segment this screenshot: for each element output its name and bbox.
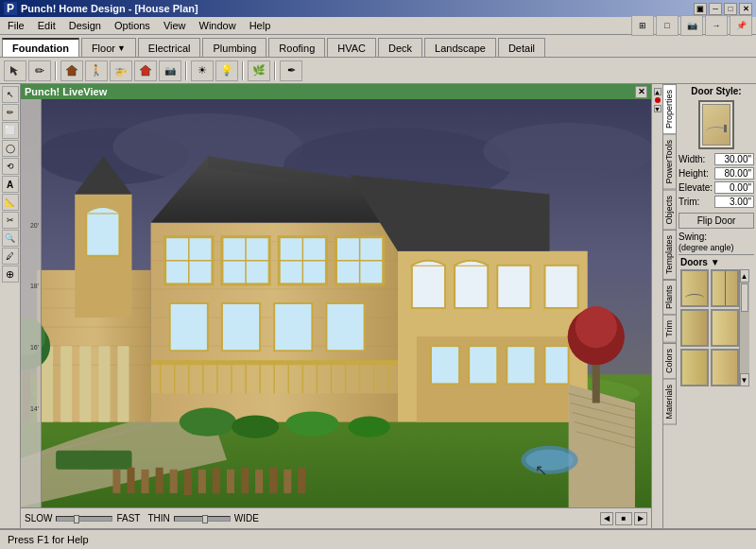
svg-rect-17 [79, 346, 91, 421]
tab-foundation[interactable]: Foundation [2, 38, 79, 57]
liveview-close-btn[interactable]: ✕ [635, 86, 647, 98]
door-thumb-6[interactable] [711, 349, 739, 386]
door-thumb-4[interactable] [711, 309, 739, 347]
door-thumb-5[interactable] [680, 349, 709, 386]
width-slider[interactable] [174, 516, 231, 522]
menu-file[interactable]: File [2, 19, 30, 32]
speed-thumb[interactable] [74, 515, 79, 523]
nav-down-btn[interactable]: ▼ [654, 105, 662, 112]
width-control: THIN WIDE [147, 513, 258, 523]
toolbar-grid-icon[interactable]: ⊞ [631, 15, 654, 36]
speed-slider[interactable] [56, 516, 112, 522]
close-btn[interactable]: ✕ [739, 3, 752, 15]
scroll-down-btn[interactable]: ▼ [740, 373, 749, 386]
elevate-value[interactable]: 0.00" [714, 181, 754, 194]
tool-measure[interactable]: 📐 [2, 194, 19, 211]
height-label: Height: [679, 168, 709, 179]
vtab-objects[interactable]: Objects [663, 190, 677, 231]
tool-rotate[interactable]: ⟲ [2, 158, 19, 175]
tool-cut[interactable]: ✂ [2, 212, 19, 229]
tab-electrical[interactable]: Electrical [138, 38, 201, 57]
toolbar-arrow-icon[interactable]: → [705, 15, 728, 36]
trim-value[interactable]: 3.00" [714, 196, 754, 208]
nav-left-btn[interactable]: ◀ [600, 512, 613, 525]
width-value[interactable]: 30.00" [714, 153, 754, 165]
toolbar-camera-icon[interactable]: 📷 [680, 15, 703, 36]
tool-house-red[interactable] [134, 60, 157, 81]
nav-up-btn[interactable]: ▲ [654, 88, 662, 95]
tab-hvac[interactable]: HVAC [327, 38, 376, 57]
liveview-title: Punch! LiveView [25, 86, 107, 97]
vtab-templates[interactable]: Templates [663, 230, 677, 280]
vtab-trim[interactable]: Trim [663, 315, 677, 343]
menu-design[interactable]: Design [63, 19, 107, 32]
tab-floor[interactable]: Floor ▼ [81, 38, 136, 57]
tool-plus[interactable]: ⊕ [2, 266, 19, 283]
svg-rect-40 [274, 303, 312, 351]
tool-helicopter[interactable]: 🚁 [110, 60, 132, 81]
tool-text[interactable]: A [2, 176, 19, 193]
tab-plumbing[interactable]: Plumbing [202, 38, 266, 57]
svg-rect-95 [127, 468, 134, 493]
svg-rect-19 [117, 346, 129, 421]
scroll-up-btn[interactable]: ▲ [740, 269, 749, 283]
vtab-colors[interactable]: Colors [663, 343, 677, 379]
tool-bulb[interactable]: 💡 [215, 60, 238, 81]
flip-door-button[interactable]: Flip Door [679, 213, 754, 229]
vtab-materials[interactable]: Materials [663, 379, 677, 425]
menu-help[interactable]: Help [244, 19, 277, 32]
door-thumb-1[interactable] [680, 269, 709, 307]
svg-rect-105 [269, 468, 277, 493]
panel-content: Door Style: Width: 30.00" [677, 84, 756, 528]
door-thumb-2[interactable] [711, 269, 739, 307]
height-value[interactable]: 80.00" [714, 167, 754, 180]
tool-pencil-left[interactable]: ✏ [2, 104, 19, 121]
gridview-btn[interactable]: ▣ [694, 3, 707, 15]
tool-cursor[interactable]: ↖ [2, 86, 19, 103]
tool-select[interactable] [4, 60, 26, 81]
menu-options[interactable]: Options [109, 19, 156, 32]
tool-pencil[interactable]: ✏ [28, 60, 51, 81]
vtab-plants[interactable]: Plants [663, 280, 677, 315]
width-thumb[interactable] [202, 515, 208, 523]
svg-rect-96 [142, 470, 149, 493]
menu-edit[interactable]: Edit [32, 19, 61, 32]
svg-rect-81 [86, 214, 119, 256]
tool-sun[interactable]: ☀ [191, 60, 214, 81]
tool-pen[interactable]: 🖊 [2, 248, 19, 265]
swing-label: Swing: (degree angle) [679, 232, 754, 252]
svg-rect-98 [170, 470, 178, 493]
toolbar-view-icon[interactable]: □ [656, 15, 679, 36]
tab-roofing[interactable]: Roofing [268, 38, 325, 57]
viewport-3d[interactable]: 20' 18' 16' 14' ↖ [21, 99, 651, 507]
toolbar-pin-icon[interactable]: 📌 [730, 15, 752, 36]
vtab-powertools[interactable]: PowerTools [663, 134, 677, 190]
tool-person[interactable]: 🚶 [85, 60, 108, 81]
tool-zoom[interactable]: 🔍 [2, 230, 19, 247]
nav-right-btn[interactable]: ▶ [634, 512, 647, 525]
tab-landscape[interactable]: Landscape [424, 38, 496, 57]
tab-detail[interactable]: Detail [498, 38, 545, 57]
tab-deck[interactable]: Deck [378, 38, 422, 57]
maximize-btn[interactable]: □ [724, 3, 737, 15]
tool-3d-house[interactable] [60, 60, 83, 81]
slow-label: SLOW [25, 513, 52, 523]
tool-circle[interactable]: ◯ [2, 140, 19, 157]
menu-window[interactable]: Window [194, 19, 242, 32]
scroll-thumb[interactable] [741, 283, 748, 312]
door-thumb-3[interactable] [680, 309, 709, 347]
doors-section-header: Doors ▼ [680, 257, 752, 267]
tool-camera[interactable]: 📷 [159, 60, 181, 81]
svg-point-6 [483, 123, 651, 180]
tool-plant[interactable]: 🌿 [248, 60, 270, 81]
width-label: Width: [679, 154, 705, 164]
menu-view[interactable]: View [158, 19, 192, 32]
vtab-properties[interactable]: Properties [663, 84, 677, 134]
separator-3 [242, 61, 244, 80]
nav-home-btn[interactable]: ■ [615, 512, 632, 525]
app-wrapper: P Punch! Home Design - [House Plan] ▣ ─ … [0, 0, 756, 549]
tool-rect[interactable]: ⬜ [2, 122, 19, 139]
icon-toolbar: ✏ 🚶 🚁 📷 ☀ 💡 🌿 ✒ [0, 58, 756, 84]
tool-draw[interactable]: ✒ [280, 60, 302, 81]
minimize-btn[interactable]: ─ [709, 3, 722, 15]
